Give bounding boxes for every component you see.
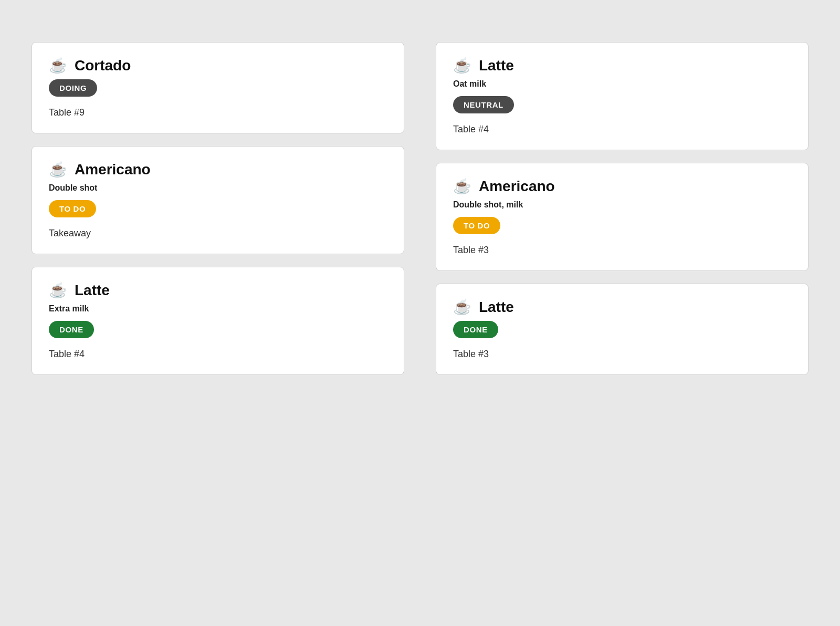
card-title: Cortado	[75, 57, 131, 74]
coffee-icon: ☕	[49, 162, 67, 177]
americano-card-right[interactable]: ☕AmericanoDouble shot, milkTO DOTable #3	[436, 163, 808, 271]
card-location: Table #4	[453, 124, 791, 135]
coffee-icon: ☕	[49, 58, 67, 73]
card-title: Latte	[479, 57, 514, 74]
status-badge[interactable]: DOING	[49, 79, 97, 97]
status-badge[interactable]: TO DO	[453, 217, 500, 234]
coffee-icon: ☕	[453, 300, 471, 315]
card-location: Takeaway	[49, 228, 387, 239]
status-badge[interactable]: DONE	[49, 321, 94, 338]
page-layout: ☕CortadoDOINGTable #9☕AmericanoDouble sh…	[0, 0, 840, 417]
card-location: Table #3	[453, 245, 791, 256]
card-header: ☕Latte	[453, 57, 791, 74]
card-title: Latte	[479, 299, 514, 316]
card-location: Table #9	[49, 107, 387, 118]
card-modifier: Double shot	[49, 183, 387, 193]
card-location: Table #4	[49, 349, 387, 360]
status-badge[interactable]: NEUTRAL	[453, 96, 514, 113]
right-column: ☕LatteOat milkNEUTRALTable #4☕AmericanoD…	[436, 42, 808, 375]
card-modifier: Double shot, milk	[453, 200, 791, 210]
card-modifier: Extra milk	[49, 304, 387, 314]
card-header: ☕Americano	[453, 178, 791, 195]
card-header: ☕Latte	[49, 282, 387, 299]
card-header: ☕Latte	[453, 299, 791, 316]
card-title: Latte	[75, 282, 110, 299]
left-column: ☕CortadoDOINGTable #9☕AmericanoDouble sh…	[32, 42, 404, 375]
coffee-icon: ☕	[49, 283, 67, 298]
latte-card-left[interactable]: ☕LatteExtra milkDONETable #4	[32, 267, 404, 375]
coffee-icon: ☕	[453, 179, 471, 194]
latte-card-right1[interactable]: ☕LatteOat milkNEUTRALTable #4	[436, 42, 808, 150]
card-title: Americano	[75, 161, 151, 178]
americano-card-left[interactable]: ☕AmericanoDouble shotTO DOTakeaway	[32, 146, 404, 254]
card-header: ☕Americano	[49, 161, 387, 178]
card-modifier: Oat milk	[453, 79, 791, 89]
card-header: ☕Cortado	[49, 57, 387, 74]
card-location: Table #3	[453, 349, 791, 360]
status-badge[interactable]: DONE	[453, 321, 498, 338]
latte-card-right2[interactable]: ☕LatteDONETable #3	[436, 284, 808, 375]
cortado-card[interactable]: ☕CortadoDOINGTable #9	[32, 42, 404, 133]
status-badge[interactable]: TO DO	[49, 200, 96, 217]
card-title: Americano	[479, 178, 555, 195]
coffee-icon: ☕	[453, 58, 471, 73]
